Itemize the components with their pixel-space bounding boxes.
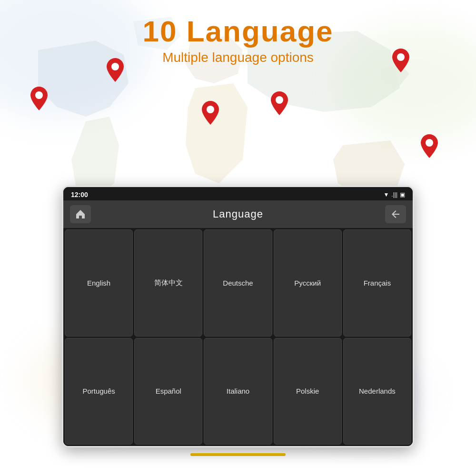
svg-point-5 — [426, 139, 433, 147]
svg-point-4 — [397, 53, 405, 61]
lang-button-deutsche[interactable]: Deutsche — [204, 229, 272, 337]
lang-button-portuguese[interactable]: Português — [65, 338, 133, 445]
lang-button-italian[interactable]: Italiano — [204, 338, 272, 445]
svg-point-0 — [35, 91, 43, 99]
nav-bar: Language — [63, 200, 413, 228]
map-pin-5 — [390, 48, 411, 74]
main-title: 10 Language — [0, 14, 476, 48]
back-icon — [390, 208, 401, 220]
svg-point-2 — [207, 106, 214, 113]
lang-button-russian[interactable]: Русский — [274, 229, 342, 337]
status-bar: 12:00 ▼ .||| ▣ — [63, 187, 413, 200]
lang-button-chinese[interactable]: 简体中文 — [134, 229, 202, 337]
map-pin-4 — [269, 90, 290, 117]
lang-button-french[interactable]: Français — [343, 229, 411, 337]
nav-title: Language — [96, 208, 380, 220]
lang-button-english[interactable]: English — [65, 229, 133, 337]
battery-icon: ▣ — [400, 191, 405, 198]
lang-button-dutch[interactable]: Nederlands — [343, 338, 411, 445]
yellow-strip — [190, 453, 286, 456]
map-pin-3 — [200, 100, 221, 127]
lang-button-spanish[interactable]: Español — [134, 338, 202, 445]
map-pin-1 — [29, 86, 50, 112]
home-icon — [75, 208, 86, 220]
map-pin-2 — [105, 57, 126, 84]
signal-icon: .||| — [391, 191, 397, 198]
back-button[interactable] — [385, 205, 406, 223]
map-pin-6 — [419, 133, 440, 160]
wifi-icon: ▼ — [383, 191, 389, 198]
status-icons: ▼ .||| ▣ — [383, 191, 405, 198]
lang-button-polish[interactable]: Polskie — [274, 338, 342, 445]
language-grid: English简体中文DeutscheРусскийFrançaisPortug… — [63, 228, 413, 446]
status-time: 12:00 — [71, 191, 88, 198]
home-button[interactable] — [70, 205, 91, 223]
svg-point-3 — [276, 96, 283, 104]
device-frame: 12:00 ▼ .||| ▣ Language English简体中文Deuts… — [62, 186, 414, 447]
svg-point-1 — [111, 63, 119, 70]
